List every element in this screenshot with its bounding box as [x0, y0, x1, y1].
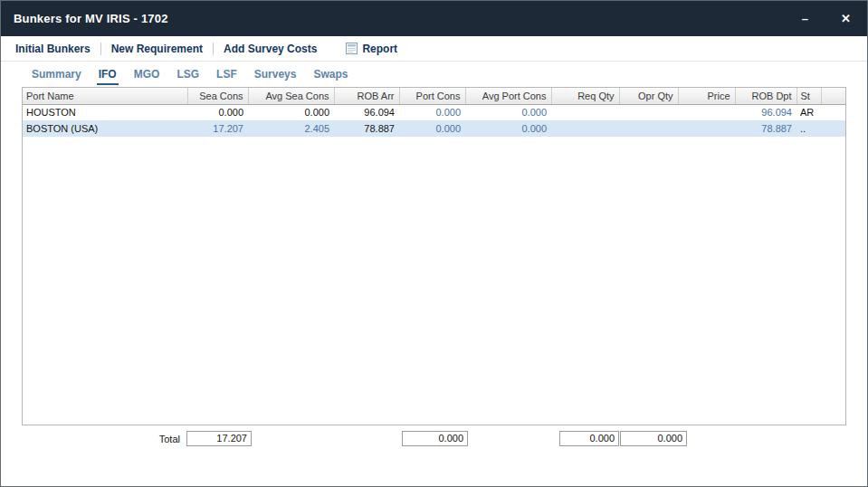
- toolbar: Initial Bunkers New Requirement Add Surv…: [1, 36, 867, 62]
- col-header-opr-qty[interactable]: Opr Qty: [619, 88, 678, 104]
- cell-rob-dpt[interactable]: 78.887: [735, 120, 796, 137]
- report-group[interactable]: Report: [346, 43, 397, 55]
- titlebar: Bunkers for MV IRIS - 1702 – ✕: [1, 1, 867, 36]
- col-header-avg-port-cons[interactable]: Avg Port Cons: [465, 88, 551, 104]
- col-header-rob-dpt[interactable]: ROB Dpt: [735, 88, 796, 104]
- col-header-price[interactable]: Price: [678, 88, 735, 104]
- totals-row: Total 17.207 0.000 0.000 0.000: [1, 431, 867, 447]
- cell-avg-port-cons[interactable]: 0.000: [465, 104, 551, 120]
- bunkers-window: Bunkers for MV IRIS - 1702 – ✕ Initial B…: [0, 0, 868, 487]
- tab-summary[interactable]: Summary: [30, 65, 83, 85]
- toolbar-divider: [100, 43, 101, 55]
- bunkers-grid: Port Name Sea Cons Avg Sea Cons ROB Arr …: [22, 87, 846, 425]
- table-row-boston[interactable]: BOSTON (USA) 17.207 2.405 78.887 0.000 0…: [23, 120, 845, 137]
- col-header-req-qty[interactable]: Req Qty: [551, 88, 619, 104]
- tab-swaps[interactable]: Swaps: [311, 65, 349, 85]
- cell-rob-arr[interactable]: 78.887: [334, 120, 399, 137]
- col-header-rob-arr[interactable]: ROB Arr: [334, 88, 399, 104]
- bunkers-table: Port Name Sea Cons Avg Sea Cons ROB Arr …: [23, 88, 845, 137]
- tab-lsf[interactable]: LSF: [215, 65, 239, 85]
- minimize-button[interactable]: –: [802, 13, 808, 24]
- cell-filler: [821, 120, 845, 137]
- cell-price[interactable]: [678, 120, 735, 137]
- cell-avg-sea-cons[interactable]: 2.405: [248, 120, 334, 137]
- cell-req-qty[interactable]: [551, 104, 619, 120]
- cell-port-name[interactable]: BOSTON (USA): [23, 120, 187, 137]
- cell-sea-cons[interactable]: 17.207: [187, 120, 248, 137]
- report-icon: [346, 43, 358, 54]
- col-header-st[interactable]: St: [796, 88, 821, 104]
- cell-port-name[interactable]: HOUSTON: [23, 104, 187, 120]
- cell-avg-port-cons[interactable]: 0.000: [465, 120, 551, 137]
- cell-rob-arr[interactable]: 96.094: [334, 104, 399, 120]
- cell-port-cons[interactable]: 0.000: [399, 120, 465, 137]
- tab-bar: Summary IFO MGO LSG LSF Surveys Swaps: [1, 62, 867, 85]
- cell-req-qty[interactable]: [551, 120, 619, 137]
- cell-sea-cons[interactable]: 0.000: [187, 104, 248, 120]
- cell-st[interactable]: ..: [796, 120, 821, 137]
- cell-opr-qty[interactable]: [619, 120, 678, 137]
- total-opr-qty: 0.000: [620, 431, 687, 446]
- col-header-sea-cons[interactable]: Sea Cons: [187, 88, 248, 104]
- col-header-port-cons[interactable]: Port Cons: [399, 88, 465, 104]
- cell-rob-dpt[interactable]: 96.094: [735, 104, 796, 120]
- total-port-cons: 0.000: [402, 431, 468, 446]
- col-header-port-name[interactable]: Port Name: [23, 88, 187, 104]
- tab-mgo[interactable]: MGO: [132, 65, 162, 85]
- table-row-houston[interactable]: HOUSTON 0.000 0.000 96.094 0.000 0.000 9…: [23, 104, 845, 120]
- total-sea-cons: 17.207: [186, 431, 252, 446]
- tab-ifo[interactable]: IFO: [97, 65, 119, 85]
- cell-opr-qty[interactable]: [619, 104, 678, 120]
- tab-surveys[interactable]: Surveys: [253, 65, 299, 85]
- report-link[interactable]: Report: [362, 43, 397, 55]
- tab-lsg[interactable]: LSG: [175, 65, 201, 85]
- cell-filler: [821, 104, 845, 120]
- cell-price[interactable]: [678, 104, 735, 120]
- col-header-avg-sea-cons[interactable]: Avg Sea Cons: [248, 88, 334, 104]
- col-header-filler: [821, 88, 845, 104]
- add-survey-costs-link[interactable]: Add Survey Costs: [224, 43, 317, 55]
- total-req-qty: 0.000: [559, 431, 619, 446]
- initial-bunkers-link[interactable]: Initial Bunkers: [15, 43, 91, 55]
- window-controls: – ✕: [802, 13, 856, 24]
- close-button[interactable]: ✕: [841, 13, 851, 24]
- new-requirement-link[interactable]: New Requirement: [111, 43, 203, 55]
- toolbar-divider: [213, 43, 214, 55]
- cell-port-cons[interactable]: 0.000: [399, 104, 465, 120]
- table-body: HOUSTON 0.000 0.000 96.094 0.000 0.000 9…: [23, 104, 845, 137]
- window-title: Bunkers for MV IRIS - 1702: [14, 12, 802, 25]
- totals-label: Total: [108, 434, 180, 444]
- cell-st[interactable]: AR: [796, 104, 821, 120]
- cell-avg-sea-cons[interactable]: 0.000: [248, 104, 334, 120]
- table-header: Port Name Sea Cons Avg Sea Cons ROB Arr …: [23, 88, 845, 104]
